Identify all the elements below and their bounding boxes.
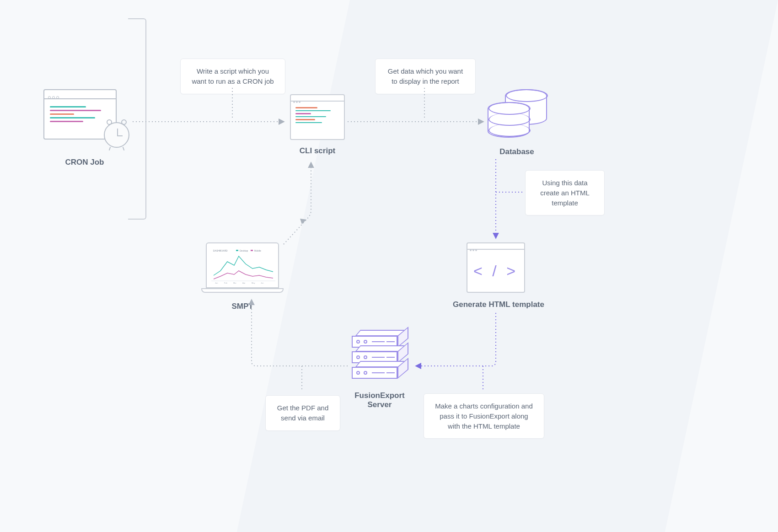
svg-text:Mar: Mar (233, 282, 237, 284)
code-glyph-icon: < / > (467, 250, 524, 292)
svg-text:Jan: Jan (215, 282, 218, 284)
laptop-icon: DASHBOARD Desktop Mobile Jan Feb Mar Apr… (201, 242, 284, 293)
server-icon (352, 334, 397, 379)
clock-icon (104, 122, 129, 148)
svg-marker-20 (300, 219, 306, 224)
callout-get-pdf: Get the PDF and send via email (265, 395, 340, 431)
database-label: Database (489, 147, 544, 156)
html-window-icon: < / > (467, 242, 525, 293)
svg-text:DASHBOARD: DASHBOARD (213, 249, 228, 252)
fusionexport-label: FusionExport Server (348, 391, 412, 409)
cron-job-label: CRON Job (50, 158, 119, 167)
cron-window-icon (43, 89, 117, 140)
callout-get-data: Get data which you want to display in th… (375, 59, 476, 94)
html-template-node: < / > (467, 242, 525, 293)
svg-text:Feb: Feb (224, 282, 228, 284)
diagram-canvas: CRON Job Write a script which you want t… (0, 0, 778, 532)
database-icon (488, 89, 547, 140)
callout-write-script: Write a script which you want to run as … (180, 59, 285, 94)
svg-text:Apr: Apr (242, 282, 246, 284)
svg-text:Mobile: Mobile (254, 249, 261, 252)
cli-script-label: CLI script (295, 146, 340, 156)
callout-using-data: Using this data create an HTML template (525, 170, 605, 215)
svg-text:May: May (252, 282, 255, 284)
smpt-node: DASHBOARD Desktop Mobile Jan Feb Mar Apr… (201, 242, 284, 293)
bracket-decorator (128, 18, 146, 220)
database-node (488, 89, 547, 140)
svg-rect-1 (236, 250, 238, 251)
cron-job-node (43, 89, 117, 140)
cli-window-icon (290, 94, 345, 140)
fusionexport-node (352, 334, 397, 381)
callout-make-charts: Make a charts configuration and pass it … (424, 393, 544, 439)
svg-rect-3 (251, 250, 253, 251)
cli-script-node (290, 94, 345, 140)
svg-text:Desktop: Desktop (240, 249, 248, 252)
svg-text:Jun: Jun (261, 282, 263, 284)
html-template-label: Generate HTML template (448, 300, 549, 309)
smpt-label: SMPT (224, 302, 261, 311)
